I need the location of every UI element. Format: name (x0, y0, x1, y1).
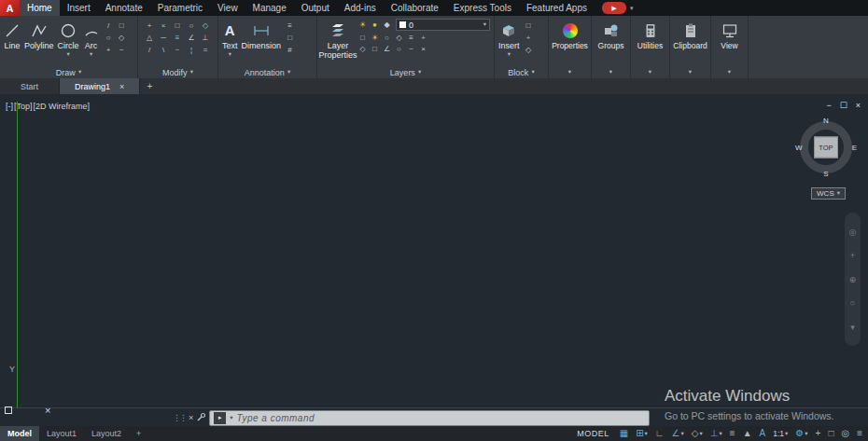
modify-tool-icon[interactable]: ∠ (186, 32, 198, 43)
viewcube-east[interactable]: E (852, 144, 857, 152)
zoom-icon[interactable]: ⊕ (849, 275, 857, 284)
modify-tool-icon[interactable]: ◇ (200, 20, 212, 31)
pan-icon[interactable]: + (850, 251, 855, 260)
modify-tool-icon[interactable]: + (144, 20, 156, 31)
viewcube-north[interactable]: N (823, 117, 829, 125)
layer-tool-icon[interactable]: ◇ (357, 43, 369, 54)
tab-express-tools[interactable]: Express Tools (446, 0, 519, 16)
properties-button[interactable]: Properties (550, 18, 590, 66)
modify-tool-icon[interactable]: ⊥ (200, 32, 212, 43)
polyline-button[interactable]: Polyline (22, 18, 56, 66)
modify-tool-icon[interactable]: ≡ (172, 32, 184, 43)
drawing-area[interactable]: [-] [Top] [2D Wireframe] − ☐ × N S W E T… (0, 94, 868, 426)
draw-tool-icon[interactable]: ○ (103, 32, 115, 43)
tab-insert[interactable]: Insert (60, 0, 98, 16)
restore-icon[interactable]: ☐ (840, 101, 847, 110)
isodraft-toggle[interactable]: ◇ ▾ (688, 426, 707, 441)
modify-tool-icon[interactable]: × (158, 20, 170, 31)
groups-button[interactable]: Groups (596, 18, 626, 66)
modify-tool-icon[interactable]: / (144, 44, 156, 55)
annotation-tool-icon[interactable]: □ (284, 32, 296, 43)
annotation-scale-control[interactable]: 1:1 ▾ (769, 426, 791, 441)
wcs-menu[interactable]: WCS ▾ (811, 187, 846, 200)
tab-output[interactable]: Output (294, 0, 337, 16)
orbit-icon[interactable]: ○ (850, 298, 855, 308)
tab-home[interactable]: Home (20, 0, 60, 16)
viewport-menu-control[interactable]: [-] (6, 102, 13, 111)
layer-tool-icon[interactable]: + (417, 32, 429, 43)
media-button[interactable]: ▶ (602, 2, 626, 14)
utilities-panel-label[interactable]: ▾ (631, 66, 669, 78)
utilities-button[interactable]: Utilities (636, 18, 665, 66)
new-drawing-button[interactable]: + (140, 78, 159, 94)
layer-tool-icon[interactable]: ○ (393, 43, 405, 54)
draw-tool-icon[interactable]: ~ (116, 44, 128, 55)
annotation-tool-icon[interactable]: ≡ (284, 20, 296, 31)
viewport-visual-style-control[interactable]: [2D Wireframe] (34, 102, 91, 111)
chevron-down-icon[interactable]: ▾ (630, 5, 634, 12)
layer-tool-icon[interactable]: ○ (381, 32, 393, 43)
line-button[interactable]: Line (2, 18, 22, 66)
minimize-icon[interactable]: − (826, 101, 831, 110)
block-tool-icon[interactable]: ◇ (523, 44, 535, 55)
snap-mode-toggle[interactable]: ⊞ ▾ (632, 426, 651, 441)
layer-thaw-icon[interactable]: ● (369, 20, 381, 31)
modify-tool-icon[interactable]: ¦ (186, 44, 198, 55)
object-snap-toggle[interactable]: ⊥ ▾ (707, 426, 726, 441)
layer-select[interactable]: 0 ▾ (396, 19, 490, 31)
lineweight-icon[interactable]: ≡ (730, 429, 735, 438)
new-layout-button[interactable]: + (129, 426, 148, 441)
annotation-visibility-icon[interactable]: ▲ (743, 429, 752, 438)
layout2-tab[interactable]: Layout2 (84, 426, 129, 441)
annotation-panel-label[interactable]: Annotation ▾ (218, 66, 316, 78)
chevron-down-icon[interactable]: ▾ (230, 414, 232, 421)
drag-grip-icon[interactable]: ⋮⋮ (173, 413, 186, 422)
draw-tool-icon[interactable]: □ (116, 20, 128, 31)
text-button[interactable]: A Text ▾ (220, 18, 240, 66)
modify-tool-icon[interactable]: ○ (186, 20, 198, 31)
modify-tool-icon[interactable]: △ (144, 32, 156, 43)
circle-button[interactable]: Circle ▾ (56, 18, 81, 66)
block-tool-icon[interactable]: □ (523, 20, 535, 31)
layer-tool-icon[interactable]: ∠ (381, 43, 393, 54)
dimension-button[interactable]: Dimension (240, 18, 284, 66)
draw-tool-icon[interactable]: / (103, 20, 115, 31)
tab-featured-apps[interactable]: Featured Apps (519, 0, 595, 16)
layer-tool-icon[interactable]: ◇ (393, 32, 405, 43)
tab-collaborate[interactable]: Collaborate (384, 0, 446, 16)
modify-tool-icon[interactable]: \ (158, 44, 170, 55)
isolate-objects-icon[interactable]: ◎ (841, 429, 849, 438)
tab-manage[interactable]: Manage (245, 0, 294, 16)
clean-screen-icon[interactable]: □ (828, 429, 833, 438)
draw-panel-label[interactable]: Draw ▾ (0, 66, 137, 78)
modify-tool-icon[interactable]: ~ (172, 44, 184, 55)
block-tool-icon[interactable]: + (523, 32, 535, 43)
block-panel-label[interactable]: Block ▾ (495, 66, 548, 78)
draw-tool-icon[interactable]: + (103, 44, 115, 55)
recent-commands-icon[interactable]: ▸ (214, 412, 226, 424)
model-space-label[interactable]: MODEL (570, 429, 616, 438)
tab-view[interactable]: View (210, 0, 245, 16)
layer-tool-icon[interactable]: × (417, 43, 429, 54)
tab-annotate[interactable]: Annotate (98, 0, 150, 16)
annotation-monitor-icon[interactable]: + (816, 429, 821, 438)
customize-wrench-icon[interactable] (196, 409, 206, 426)
annotation-tool-icon[interactable]: # (284, 44, 296, 55)
layer-tool-icon[interactable]: ☀ (369, 32, 381, 43)
clipboard-button[interactable]: Clipboard (671, 18, 708, 66)
autoscale-icon[interactable]: A (760, 429, 766, 438)
layer-tool-icon[interactable]: ≡ (405, 32, 417, 43)
tab-add-ins[interactable]: Add-ins (337, 0, 384, 16)
layer-lock-icon[interactable]: ◆ (381, 20, 393, 31)
command-input[interactable]: ▸ ▾ Type a command (209, 410, 650, 426)
properties-panel-label[interactable]: ▾ (549, 66, 591, 78)
layer-on-icon[interactable]: ☀ (357, 20, 369, 31)
model-tab[interactable]: Model (0, 426, 39, 441)
chevron-down-icon[interactable]: ▾ (850, 323, 855, 332)
close-icon[interactable]: × (119, 82, 124, 91)
layer-properties-button[interactable]: Layer Properties (319, 18, 357, 66)
ortho-icon[interactable]: ∟ (655, 429, 665, 438)
arc-button[interactable]: Arc ▾ (81, 18, 102, 66)
clipboard-panel-label[interactable]: ▾ (670, 66, 710, 78)
layer-tool-icon[interactable]: ~ (405, 43, 417, 54)
